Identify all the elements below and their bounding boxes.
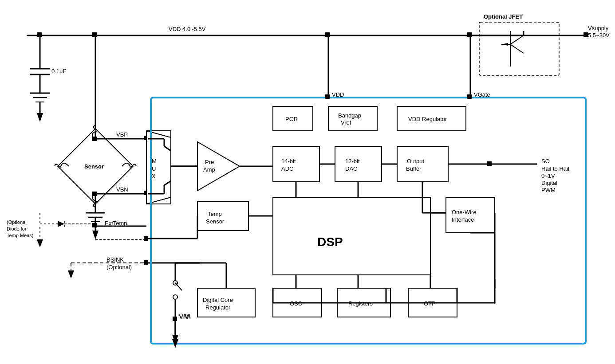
bsink-label: BSINK [106, 256, 124, 263]
vsupply-range-label: 5.5~30V [588, 32, 610, 39]
terminal-top-right [583, 32, 588, 37]
digital-core-label2: Regulator [205, 304, 231, 311]
temp-sensor-box [197, 202, 248, 231]
adc-label1: 14-bit [281, 158, 296, 164]
optional-label: (Optional) [106, 264, 132, 270]
adc-box [273, 146, 319, 182]
mux-label-u: U [152, 165, 156, 172]
optional-jfet-label: Optional JFET [484, 13, 523, 20]
digital-label: Digital [541, 180, 557, 186]
svg-rect-55 [325, 94, 330, 99]
pre-amp-label1: Pre [205, 159, 214, 165]
temp-sensor-label1: Temp [208, 211, 222, 217]
one-wire-label2: Interface [452, 216, 474, 223]
digital-core-label1: Digital Core [203, 297, 233, 303]
capacitor-label: 0.1µF [51, 68, 67, 74]
so-label: SO [541, 158, 550, 164]
svg-marker-43 [68, 270, 74, 278]
vbp-label: VBP [116, 131, 128, 138]
optional-jfet-box [479, 22, 559, 75]
ext-temp-label: ExtTemp [105, 220, 127, 227]
vdd-chip-label: VDD [332, 91, 344, 98]
vdd-reg-label: VDD Regulator [408, 116, 447, 122]
svg-line-44 [175, 283, 182, 290]
dac-label2: DAC [345, 165, 357, 172]
svg-rect-9 [37, 32, 42, 37]
output-buf-label1: Output [407, 158, 424, 164]
mux-label-m: M [152, 158, 157, 164]
svg-rect-83 [144, 236, 148, 241]
svg-marker-63 [501, 43, 508, 46]
pwm-label: PWM [541, 187, 556, 193]
switch-bottom [173, 295, 177, 299]
zero-1v-label: 0~1V [541, 172, 555, 179]
svg-rect-11 [92, 32, 97, 37]
output-buf-label2: Buffer [406, 165, 422, 172]
dac-label1: 12-bit [345, 158, 360, 164]
temp-sensor-label2: Sensor [206, 218, 225, 225]
rail-to-rail-label: Rail to Rail [541, 165, 569, 172]
svg-rect-54 [325, 32, 330, 37]
pre-amp-label2: Amp [203, 166, 215, 173]
svg-rect-69 [487, 161, 492, 166]
vdd-supply-label: VDD 4.0~5.5V [169, 26, 206, 32]
gnd-arrow-left [37, 113, 43, 122]
svg-rect-58 [467, 94, 472, 99]
vsupply-label: Vsupply [588, 25, 609, 31]
vss-label2: VSS [179, 314, 191, 321]
svg-line-61 [510, 35, 524, 44]
dsp-label: DSP [317, 235, 343, 249]
mux-label-x: X [152, 173, 156, 180]
sensor-label: Sensor [84, 163, 104, 170]
one-wire-label1: One-Wire [452, 209, 477, 215]
vbn-label: VBN [116, 186, 128, 193]
bandgap-label2: Vref [341, 119, 351, 126]
svg-marker-39 [37, 239, 43, 247]
svg-text:Temp Meas): Temp Meas) [7, 233, 34, 238]
optional-diode-label: (Optional [7, 219, 27, 225]
vgate-label: VGate [474, 91, 490, 98]
svg-line-62 [510, 44, 524, 53]
svg-text:Diode for: Diode for [7, 226, 27, 231]
por-label: POR [285, 116, 298, 122]
bandgap-label1: Bandgap [338, 112, 361, 119]
diode-symbol [58, 221, 64, 227]
dsp-box [273, 197, 430, 275]
block-diagram: VDD 4.0~5.5V Vsupply 5.5~30V 0.1µF Senso… [0, 0, 615, 364]
adc-label2: ADC [281, 165, 293, 172]
